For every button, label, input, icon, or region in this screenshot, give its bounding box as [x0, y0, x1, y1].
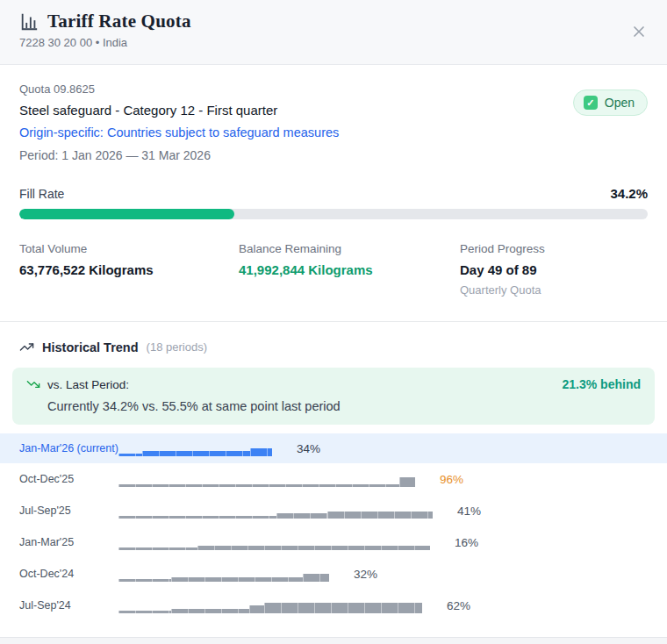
history-row: Jan-Mar'2516%	[0, 526, 667, 558]
trend-period-count: (18 periods)	[147, 340, 207, 354]
history-row: Jul-Sep'2541%	[0, 495, 667, 526]
stat-balance-remaining: Balance Remaining 41,992,844 Kilograms	[239, 242, 460, 297]
status-badge: ✓ Open	[573, 89, 648, 116]
sparkline-segment	[197, 546, 430, 550]
history-fill-percent: 41%	[457, 504, 481, 518]
history-fill-percent: 32%	[354, 568, 377, 581]
quota-name: Steel safeguard - Category 12 - First qu…	[19, 103, 648, 118]
history-row: Jul-Sep'2462%	[0, 590, 667, 621]
quota-subtitle: 7228 30 20 00 • India	[19, 36, 648, 49]
sparkline-segment	[171, 609, 249, 613]
status-label: Open	[605, 96, 635, 110]
quota-summary: Quota 09.8625 Steel safeguard - Category…	[19, 82, 648, 162]
trend-title: Historical Trend	[42, 340, 139, 354]
sparkline-segment	[399, 477, 415, 487]
history-period-label: Jan-Mar'26 (current)	[19, 442, 118, 454]
fill-rate-value: 34.2%	[610, 186, 648, 201]
sparkline-segment	[142, 451, 250, 456]
stat-value: 63,776,522 Kilograms	[19, 262, 239, 277]
sparkline-segment	[118, 611, 171, 613]
sparkline-segment	[264, 603, 422, 613]
stats-grid: Total Volume 63,776,522 Kilograms Balanc…	[19, 242, 648, 297]
fill-rate-bar	[19, 209, 234, 219]
history-period-label: Jul-Sep'24	[19, 599, 118, 612]
trending-up-icon	[19, 340, 34, 354]
stat-label: Total Volume	[19, 242, 239, 255]
stat-subtext: Quarterly Quota	[460, 283, 648, 297]
history-period-label: Jan-Mar'25	[19, 536, 118, 548]
sparkline-segment	[249, 605, 264, 613]
panel-bottom-edge	[0, 637, 667, 644]
stat-value: 41,992,844 Kilograms	[239, 262, 460, 277]
stat-label: Balance Remaining	[239, 242, 460, 255]
fill-rate-track	[19, 209, 648, 219]
quota-period: Period: 1 Jan 2026 — 31 Mar 2026	[19, 148, 648, 162]
history-sparkline-bar	[118, 506, 433, 519]
tariff-rate-quota-panel: Tariff Rate Quota 7228 30 20 00 • India …	[0, 0, 667, 644]
sparkline-segment	[250, 448, 272, 456]
comparison-delta: 21.3% behind	[563, 377, 641, 391]
fill-rate-section: Fill Rate 34.2%	[19, 186, 648, 219]
sparkline-segment	[171, 577, 303, 582]
comparison-banner: vs. Last Period: 21.3% behind Currently …	[12, 368, 655, 425]
sparkline-segment	[303, 574, 329, 582]
sparkline-segment	[118, 454, 142, 456]
stat-value: Day 49 of 89	[460, 262, 648, 277]
comparison-detail: Currently 34.2% vs. 55.5% at same point …	[47, 399, 641, 413]
close-button[interactable]	[630, 23, 648, 40]
history-row: Oct-Dec'2596%	[0, 463, 667, 495]
history-period-label: Oct-Dec'25	[19, 473, 118, 485]
page-title: Tariff Rate Quota	[47, 11, 191, 32]
history-period-label: Jul-Sep'25	[19, 504, 118, 517]
section-divider	[0, 321, 667, 322]
sparkline-segment	[276, 513, 327, 519]
sparkline-segment	[118, 516, 276, 519]
panel-header: Tariff Rate Quota 7228 30 20 00 • India	[0, 0, 667, 65]
origin-link[interactable]: Origin-specific: Countries subject to sa…	[19, 125, 339, 140]
history-sparkline-bar	[118, 475, 415, 487]
stat-period-progress: Period Progress Day 49 of 89 Quarterly Q…	[460, 242, 648, 297]
trending-down-icon	[26, 377, 40, 391]
stat-total-volume: Total Volume 63,776,522 Kilograms	[19, 242, 239, 297]
history-period-label: Oct-Dec'24	[19, 568, 118, 580]
history-sparkline-bar	[118, 601, 422, 613]
history-fill-percent: 34%	[297, 442, 320, 455]
sparkline-segment	[327, 512, 433, 519]
history-sparkline-bar	[118, 538, 430, 550]
stat-label: Period Progress	[460, 242, 648, 255]
fill-rate-label: Fill Rate	[19, 187, 64, 201]
sparkline-segment	[118, 484, 399, 487]
close-icon	[630, 23, 648, 40]
history-fill-percent: 96%	[440, 473, 463, 486]
history-sparkline-bar	[118, 444, 272, 456]
historical-trend-header: Historical Trend (18 periods)	[19, 340, 648, 354]
history-rows: Jan-Mar'26 (current)34%Oct-Dec'2596%Jul-…	[0, 433, 667, 621]
check-icon: ✓	[584, 96, 598, 110]
sparkline-segment	[118, 579, 171, 582]
history-row: Oct-Dec'2432%	[0, 558, 667, 590]
bar-chart-icon	[19, 12, 39, 32]
comparison-label: vs. Last Period:	[47, 378, 129, 391]
history-row: Jan-Mar'26 (current)34%	[0, 433, 667, 463]
sparkline-segment	[118, 547, 197, 550]
history-sparkline-bar	[118, 569, 329, 582]
history-fill-percent: 16%	[455, 536, 478, 549]
history-fill-percent: 62%	[447, 599, 470, 612]
quota-code: Quota 09.8625	[19, 82, 648, 96]
